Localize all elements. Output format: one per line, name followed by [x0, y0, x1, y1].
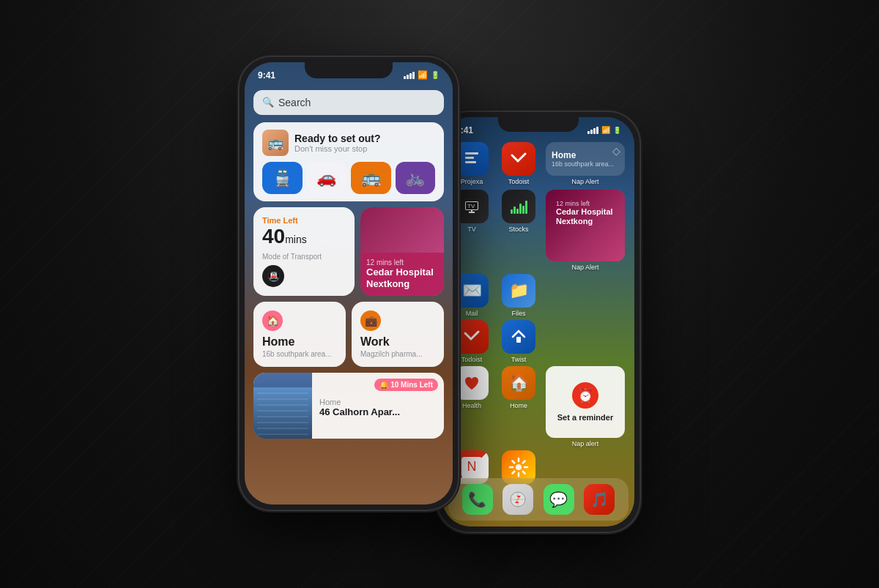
- hospital-name: Cedar Hospital Nextkong: [366, 267, 438, 289]
- right-notch: [498, 117, 579, 132]
- reminder-widget-text: Set a reminder: [557, 413, 613, 422]
- svg-point-9: [516, 464, 522, 470]
- mail-label: Mail: [466, 310, 478, 317]
- hospital-widget: 12 mins left Cedar Hospital Nextkong: [360, 207, 444, 296]
- transport-title: Ready to set out?: [294, 133, 380, 144]
- reminder-type: Home: [319, 398, 437, 406]
- right-battery-icon: 🔋: [613, 127, 621, 134]
- work-name: Work: [360, 335, 435, 349]
- nap-alert-label: Nap Alert: [571, 264, 598, 271]
- reminder-widget: 🔔 10 Mins Left Home 46 Calhorn Apar...: [253, 373, 444, 439]
- home-app[interactable]: 🏠 Home: [499, 366, 538, 447]
- transport-subtitle: Don't miss your stop: [294, 144, 380, 153]
- dock-phone-button[interactable]: 📞: [462, 484, 493, 515]
- twist-label: Twist: [511, 356, 527, 363]
- right-row4: Todoist Twist: [448, 320, 628, 363]
- dock: 📞 💬 🎵: [448, 478, 628, 521]
- left-content: 🔍 Search 🚌 Ready to set out? Don't miss …: [245, 84, 453, 505]
- right-signal-icon: [587, 127, 598, 134]
- car-button[interactable]: 🚗: [307, 162, 347, 194]
- svg-text:TV: TV: [467, 203, 475, 209]
- stocks-label: Stocks: [508, 226, 528, 233]
- todoist-app-1[interactable]: Todoist: [499, 142, 538, 185]
- health-icon: [455, 366, 489, 400]
- left-phone: 9:41 📶 🔋 🔍 Search: [239, 56, 459, 510]
- left-status-time: 9:41: [258, 70, 275, 81]
- nap-alert-top-label: Nap Alert: [571, 178, 598, 185]
- right-phone: 9:41 📶 🔋: [437, 111, 640, 532]
- todoist-label-1: Todoist: [508, 178, 530, 185]
- reminder-building: [253, 387, 312, 439]
- dock-safari-button[interactable]: [502, 484, 533, 515]
- dock-music-button[interactable]: 🎵: [584, 484, 615, 515]
- nap-widget-mins: 12 mins left: [556, 200, 615, 207]
- home-widget-right: ◇ Home 16b southpark area...: [546, 142, 625, 176]
- svg-rect-8: [516, 337, 521, 343]
- home-location-widget: 🏠 Home 16b southpark area...: [253, 302, 346, 367]
- home-work-row: 🏠 Home 16b southpark area... 💼 Work Magz…: [253, 302, 444, 367]
- stocks-chart-icon: [511, 199, 527, 214]
- twist-app[interactable]: Twist: [499, 320, 538, 363]
- home-nap-widget-area: ◇ Home 16b southpark area... Nap Alert: [546, 142, 625, 185]
- transport-header: 🚌 Ready to set out? Don't miss your stop: [262, 130, 435, 156]
- stocks-app[interactable]: Stocks: [499, 190, 538, 271]
- todoist-icon-2: [455, 320, 489, 354]
- hospital-mins: 12 mins left: [366, 258, 438, 267]
- todoist-icon-1: [502, 142, 535, 176]
- reminder-address: 46 Calhorn Apar...: [319, 406, 437, 417]
- phones-container: 9:41 📶 🔋 🔍 Search: [239, 56, 640, 532]
- right-row3: ✉️ Mail 📁 Files: [448, 274, 628, 317]
- projexa-icon: [455, 142, 489, 176]
- search-icon: 🔍: [262, 97, 274, 108]
- right-content: Projexa Todoist: [442, 138, 634, 526]
- work-location-widget: 💼 Work Magzilch pharma...: [352, 302, 444, 367]
- home-widget-address: 16b southpark area...: [552, 160, 614, 168]
- left-notch: [305, 62, 393, 78]
- svg-rect-0: [465, 152, 478, 155]
- home-address: 16b southpark area...: [262, 350, 337, 358]
- transport-icon: 🚌: [262, 130, 289, 156]
- home-widget-label: Home: [552, 150, 576, 160]
- reminder-image: [253, 373, 312, 439]
- home-app-icon: 🏠: [502, 366, 535, 400]
- train-button[interactable]: 🚆: [262, 162, 303, 194]
- right-wifi-icon: 📶: [601, 126, 610, 134]
- tv-label: TV: [467, 226, 476, 233]
- nap-large-content: 12 mins left Cedar HospitalNextkong: [552, 196, 619, 231]
- nap-large-widget: 12 mins left Cedar HospitalNextkong: [546, 190, 625, 261]
- set-reminder-widget[interactable]: ⏰ Set a reminder: [546, 366, 625, 438]
- right-row5: Health 🏠 Home ⏰ Set a reminder Nap alert: [448, 366, 628, 447]
- work-address: Magzilch pharma...: [360, 350, 435, 358]
- right-status-icons: 📶 🔋: [587, 126, 621, 134]
- transport-info: Ready to set out? Don't miss your stop: [294, 133, 380, 153]
- right-row1: Projexa Todoist: [448, 142, 628, 185]
- twist-icon: [502, 320, 535, 354]
- bike-button[interactable]: 🚲: [396, 162, 436, 194]
- search-text: Search: [278, 97, 311, 108]
- nap-large-widget-area: 12 mins left Cedar HospitalNextkong Nap …: [546, 190, 625, 271]
- signal-icon: [404, 72, 415, 79]
- mail-icon: ✉️: [455, 274, 489, 308]
- bus-button[interactable]: 🚌: [351, 162, 391, 194]
- projexa-label: Projexa: [461, 178, 483, 185]
- todoist-label-2: Todoist: [461, 356, 483, 363]
- files-label: Files: [511, 310, 525, 317]
- left-status-icons: 📶 🔋: [404, 70, 440, 80]
- work-icon: 💼: [360, 310, 381, 331]
- svg-rect-1: [465, 157, 474, 159]
- dock-messages-button[interactable]: 💬: [544, 484, 574, 515]
- nap-widget-hospital: Cedar HospitalNextkong: [556, 207, 615, 226]
- transport-buttons: 🚆 🚗 🚌 🚲: [262, 162, 435, 194]
- stocks-icon: [502, 190, 535, 223]
- search-bar[interactable]: 🔍 Search: [253, 90, 444, 115]
- files-app[interactable]: 📁 Files: [499, 274, 538, 317]
- home-widget-icon-area: ◇: [612, 145, 620, 157]
- transport-widget: 🚌 Ready to set out? Don't miss your stop…: [253, 122, 444, 201]
- time-mode: Mode of Transport: [262, 253, 346, 261]
- home-icon: 🏠: [262, 310, 283, 331]
- news-n-icon: N: [461, 457, 482, 477]
- right-row2: TV TV: [448, 190, 628, 271]
- spacer: [546, 274, 625, 317]
- time-widget: Time Left 40mins Mode of Transport 🚇: [253, 207, 355, 296]
- reminder-badge: 🔔 10 Mins Left: [374, 379, 438, 391]
